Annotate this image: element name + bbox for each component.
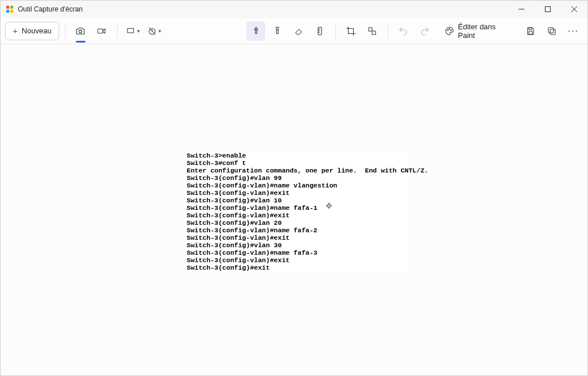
save-button[interactable] <box>521 21 540 41</box>
close-button[interactable] <box>561 1 587 18</box>
svg-rect-28 <box>548 28 554 33</box>
redo-button[interactable] <box>415 21 434 41</box>
captured-terminal[interactable]: Switch-3>enable Switch-3#conf t Enter co… <box>184 151 408 273</box>
svg-point-22 <box>447 29 448 30</box>
redo-icon <box>420 26 430 36</box>
pen-red-icon <box>251 26 261 36</box>
undo-icon <box>398 26 408 36</box>
svg-rect-10 <box>127 28 134 33</box>
svg-rect-14 <box>256 29 257 33</box>
toolbar: + Nouveau ▾ ▾ <box>1 18 587 44</box>
svg-rect-5 <box>546 7 551 12</box>
palette-icon <box>444 26 455 36</box>
svg-rect-2 <box>6 10 9 13</box>
chevron-down-icon: ▾ <box>137 28 140 34</box>
camera-icon <box>75 26 86 36</box>
resize-button[interactable] <box>363 21 382 41</box>
crop-icon <box>346 26 356 36</box>
separator <box>65 24 65 39</box>
window-controls <box>508 1 587 18</box>
highlighter-button[interactable] <box>268 21 287 41</box>
save-icon <box>525 26 536 36</box>
svg-point-24 <box>451 29 452 30</box>
separator <box>388 24 388 39</box>
app-window: Outil Capture d'écran + Nouveau ▾ ▾ <box>0 0 588 376</box>
more-icon: ··· <box>568 26 579 36</box>
shape-mode-button[interactable]: ▾ <box>123 21 142 41</box>
video-mode-button[interactable] <box>92 21 111 41</box>
svg-rect-26 <box>529 31 532 34</box>
svg-rect-0 <box>6 6 9 9</box>
svg-rect-27 <box>550 29 555 34</box>
timer-off-icon <box>147 26 157 36</box>
highlighter-icon <box>272 26 283 36</box>
pen-red-button[interactable] <box>246 21 265 41</box>
svg-rect-3 <box>10 10 13 13</box>
svg-point-23 <box>449 28 450 29</box>
ruler-button[interactable] <box>311 21 330 41</box>
canvas-area[interactable]: Switch-3>enable Switch-3#conf t Enter co… <box>1 44 587 375</box>
new-button-label: Nouveau <box>22 26 52 35</box>
svg-rect-1 <box>10 6 13 9</box>
crop-button[interactable] <box>342 21 361 41</box>
minimize-button[interactable] <box>508 1 535 18</box>
ruler-icon <box>315 26 325 36</box>
svg-rect-9 <box>98 29 103 33</box>
svg-rect-21 <box>372 31 376 34</box>
eraser-button[interactable] <box>289 21 308 41</box>
copy-icon <box>547 26 557 36</box>
new-button[interactable]: + Nouveau <box>5 22 59 40</box>
svg-rect-15 <box>277 29 278 33</box>
separator <box>335 24 336 39</box>
edit-in-paint-label: Éditer dans Paint <box>458 22 513 40</box>
resize-icon <box>367 26 377 36</box>
copy-button[interactable] <box>543 21 562 41</box>
eraser-icon <box>293 26 304 36</box>
video-icon <box>96 26 107 36</box>
plus-icon: + <box>13 26 18 36</box>
svg-rect-20 <box>369 28 372 31</box>
svg-rect-25 <box>529 28 532 30</box>
more-button[interactable]: ··· <box>564 21 583 41</box>
maximize-button[interactable] <box>535 1 561 18</box>
delay-button[interactable]: ▾ <box>145 21 164 41</box>
undo-button[interactable] <box>394 21 413 41</box>
rectangle-icon <box>126 26 136 36</box>
chevron-down-icon: ▾ <box>158 28 161 34</box>
titlebar: Outil Capture d'écran <box>1 1 587 18</box>
edit-in-paint-button[interactable]: Éditer dans Paint <box>439 22 519 40</box>
svg-rect-16 <box>318 27 322 35</box>
camera-mode-button[interactable] <box>71 21 90 41</box>
svg-point-8 <box>79 30 82 33</box>
app-title: Outil Capture d'écran <box>18 5 508 13</box>
separator <box>117 24 118 39</box>
app-icon <box>5 5 14 14</box>
